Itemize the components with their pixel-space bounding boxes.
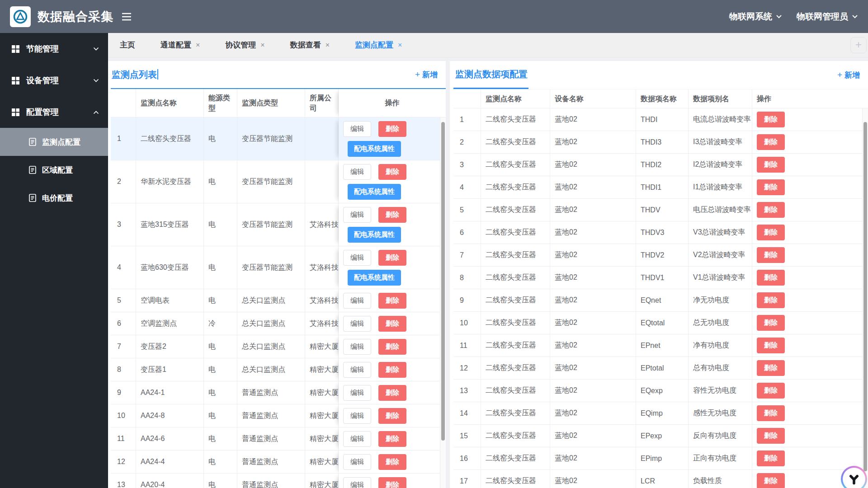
edit-button[interactable]: 编辑 <box>343 293 371 309</box>
delete-button[interactable]: 删除 <box>378 362 406 378</box>
delete-button[interactable]: 删除 <box>757 247 785 263</box>
new-tab-button[interactable]: + <box>850 37 867 53</box>
table-row[interactable]: 2华新水泥变压器电变压器节能监测编辑删除配电系统属性 <box>111 160 446 203</box>
power-system-config-button[interactable]: 配电系统属性 <box>348 141 401 157</box>
delete-button[interactable]: 删除 <box>378 454 406 470</box>
plus-icon: + <box>837 70 842 80</box>
delete-button[interactable]: 删除 <box>757 134 785 150</box>
delete-button[interactable]: 删除 <box>757 383 785 399</box>
row-index: 5 <box>111 289 136 312</box>
edit-button[interactable]: 编辑 <box>343 385 371 401</box>
left-panel-title-input[interactable]: 监测点列表 <box>111 69 158 81</box>
delete-button[interactable]: 删除 <box>378 207 406 223</box>
delete-button[interactable]: 删除 <box>757 360 785 376</box>
delete-button[interactable]: 删除 <box>757 450 785 466</box>
delete-button[interactable]: 删除 <box>757 473 785 488</box>
table-row[interactable]: 3蓝地315变压器电变压器节能监测艾洛科技编辑删除配电系统属性 <box>111 203 446 246</box>
tab-close-icon[interactable]: × <box>196 41 200 49</box>
delete-button[interactable]: 删除 <box>378 250 406 266</box>
left-add-button[interactable]: +新增 <box>415 70 438 80</box>
table-row[interactable]: 13AA20-4电普通监测点精密大厦编辑删除 <box>111 474 446 488</box>
power-system-config-button[interactable]: 配电系统属性 <box>348 184 401 200</box>
table-row[interactable]: 5空调电表电总关口监测点艾洛科技编辑删除 <box>111 289 446 312</box>
user-dropdown[interactable]: 物联网管理员 <box>797 11 858 23</box>
device-name: 蓝地02 <box>550 221 636 244</box>
row-actions: 编辑删除 <box>339 474 446 488</box>
delete-button[interactable]: 删除 <box>757 292 785 308</box>
delete-button[interactable]: 删除 <box>757 157 785 173</box>
monitor-point-name: 二线窑头变压器 <box>481 176 550 199</box>
delete-button[interactable]: 删除 <box>757 405 785 421</box>
chevron-down-icon <box>93 79 99 83</box>
table-row[interactable]: 12AA24-4电普通监测点精密大厦编辑删除 <box>111 450 446 474</box>
power-system-config-button[interactable]: 配电系统属性 <box>348 227 401 243</box>
table-row[interactable]: 8变压器1电总关口监测点精密大厦编辑删除 <box>111 358 446 381</box>
edit-button[interactable]: 编辑 <box>343 121 371 137</box>
delete-button[interactable]: 删除 <box>378 477 406 488</box>
edit-button[interactable]: 编辑 <box>343 408 371 424</box>
sidebar-subitem-电价配置[interactable]: 电价配置 <box>0 184 108 212</box>
delete-button[interactable]: 删除 <box>378 121 406 137</box>
data-item-name: EPimp <box>636 447 689 470</box>
monitor-point-name: AA24-8 <box>136 404 204 427</box>
device-name: 蓝地02 <box>550 199 636 221</box>
delete-button[interactable]: 删除 <box>378 385 406 401</box>
table-row[interactable]: 11AA24-6电普通监测点精密大厦编辑删除 <box>111 427 446 450</box>
delete-button[interactable]: 删除 <box>757 112 785 127</box>
sidebar-subitem-监测点配置[interactable]: 监测点配置 <box>0 128 108 156</box>
delete-button[interactable]: 删除 <box>378 339 406 355</box>
delete-button[interactable]: 删除 <box>378 316 406 332</box>
edit-button[interactable]: 编辑 <box>343 250 371 266</box>
edit-button[interactable]: 编辑 <box>343 339 371 355</box>
power-system-config-button[interactable]: 配电系统属性 <box>348 270 401 286</box>
delete-button[interactable]: 删除 <box>757 202 785 218</box>
tab-协议管理[interactable]: 协议管理× <box>220 40 270 50</box>
table-row[interactable]: 6空调监测点冷总关口监测点艾洛科技编辑删除 <box>111 312 446 335</box>
delete-button[interactable]: 删除 <box>757 428 785 444</box>
collapse-sidebar-icon[interactable] <box>122 13 132 21</box>
left-table-scrollbar[interactable] <box>440 117 446 488</box>
row-index: 10 <box>111 404 136 427</box>
assistant-float-button[interactable] <box>841 466 867 488</box>
tab-通道配置[interactable]: 通道配置× <box>155 40 205 50</box>
tab-主页[interactable]: 主页 <box>114 40 141 50</box>
tab-close-icon[interactable]: × <box>326 41 330 49</box>
delete-button[interactable]: 删除 <box>378 293 406 309</box>
left-table-scrollbar-thumb[interactable] <box>441 122 445 441</box>
tab-close-icon[interactable]: × <box>398 41 402 49</box>
monitor-point-name: 二线窑头变压器 <box>481 267 550 289</box>
right-table-scrollbar[interactable] <box>862 108 868 488</box>
data-item-alias: 电流总谐波畸变率 <box>689 108 752 131</box>
right-table-scrollbar-thumb[interactable] <box>863 122 867 471</box>
table-row[interactable]: 4蓝地630变压器电变压器节能监测艾洛科技编辑删除配电系统属性 <box>111 246 446 289</box>
company: 精密大厦 <box>305 381 339 404</box>
edit-button[interactable]: 编辑 <box>343 164 371 180</box>
edit-button[interactable]: 编辑 <box>343 477 371 488</box>
delete-button[interactable]: 删除 <box>378 164 406 180</box>
sidebar-item-3[interactable]: 配置管理 <box>0 96 108 128</box>
delete-button[interactable]: 删除 <box>378 408 406 424</box>
right-add-button[interactable]: +新增 <box>837 70 860 80</box>
delete-button[interactable]: 删除 <box>757 225 785 240</box>
delete-button[interactable]: 删除 <box>378 431 406 447</box>
tab-close-icon[interactable]: × <box>260 41 264 49</box>
tab-数据查看[interactable]: 数据查看× <box>285 40 335 50</box>
edit-button[interactable]: 编辑 <box>343 207 371 223</box>
table-row[interactable]: 1二线窑头变压器电变压器节能监测编辑删除配电系统属性 <box>111 117 446 160</box>
edit-button[interactable]: 编辑 <box>343 316 371 332</box>
tab-监测点配置[interactable]: 监测点配置× <box>349 40 407 50</box>
edit-button[interactable]: 编辑 <box>343 454 371 470</box>
edit-button[interactable]: 编辑 <box>343 362 371 378</box>
edit-button[interactable]: 编辑 <box>343 431 371 447</box>
delete-button[interactable]: 删除 <box>757 179 785 195</box>
system-dropdown[interactable]: 物联网系统 <box>729 11 782 23</box>
sidebar-item-1[interactable]: 节能管理 <box>0 33 108 65</box>
delete-button[interactable]: 删除 <box>757 270 785 286</box>
delete-button[interactable]: 删除 <box>757 315 785 331</box>
table-row[interactable]: 9AA24-1电普通监测点精密大厦编辑删除 <box>111 381 446 404</box>
sidebar-subitem-区域配置[interactable]: 区域配置 <box>0 156 108 184</box>
table-row[interactable]: 7变压器2电总关口监测点精密大厦编辑删除 <box>111 335 446 358</box>
delete-button[interactable]: 删除 <box>757 338 785 353</box>
table-row[interactable]: 10AA24-8电普通监测点精密大厦编辑删除 <box>111 404 446 427</box>
sidebar-item-2[interactable]: 设备管理 <box>0 65 108 96</box>
